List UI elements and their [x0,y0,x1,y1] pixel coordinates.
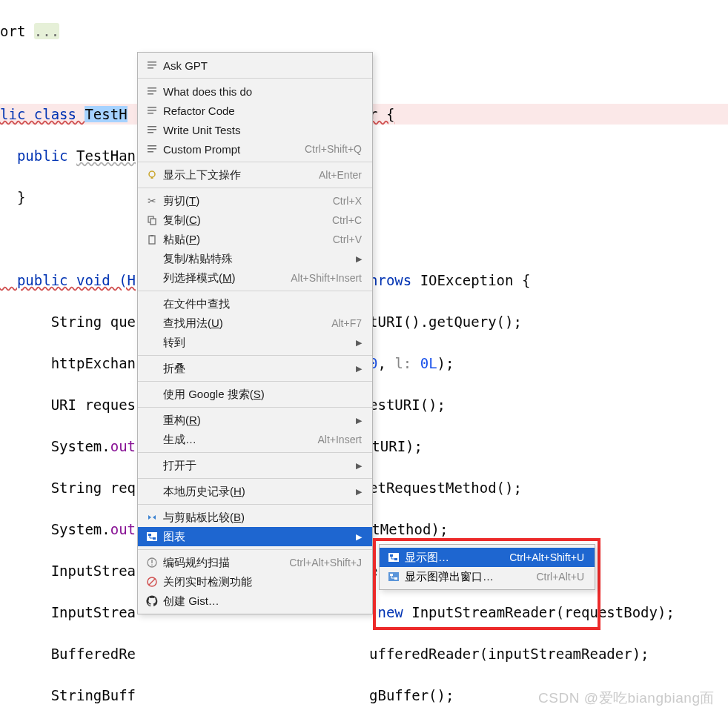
menu-label: What does this do [160,85,362,98]
svg-rect-14 [148,151,153,153]
ctx-item-34[interactable]: 关闭实时检测功能 [138,572,372,591]
ctx-item-3[interactable]: Refactor Code [138,101,372,120]
ctx-item-35[interactable]: 创建 Gist… [138,591,372,611]
menu-label: 转到 [160,336,350,350]
submenu-arrow-icon: ▶ [356,254,362,264]
svg-rect-22 [148,534,151,536]
svg-rect-25 [151,560,152,563]
shortcut: Ctrl+Alt+Shift+J [289,557,362,569]
ctx-item-31[interactable]: 图表▶ [138,527,372,546]
ctx-item-15[interactable]: 在文件中查找 [138,294,372,314]
svg-rect-21 [147,532,157,541]
scissors-icon: ✂ [144,195,160,207]
menu-label: 打开于 [160,459,350,473]
svg-rect-4 [148,90,156,92]
list-icon [144,124,160,136]
menu-label: 显示图… [402,551,509,565]
shortcut: Ctrl+C [332,214,362,226]
svg-rect-29 [388,553,399,562]
svg-rect-26 [151,565,152,566]
code-text: lic class [0,106,85,122]
ctx-item-23[interactable]: 重构(R)▶ [138,411,372,430]
svg-rect-34 [394,577,397,580]
context-menu[interactable]: Ask GPTWhat does this doRefactor CodeWri… [137,52,373,614]
sub-item-0[interactable]: 显示图…Ctrl+Alt+Shift+U [380,548,595,567]
svg-rect-10 [148,129,156,130]
stop-icon [144,576,160,588]
ctx-item-12[interactable]: 复制/粘贴特殊▶ [138,249,372,268]
ctx-item-21[interactable]: 使用 Google 搜索(S) [138,385,372,404]
menu-label: 显示图弹出窗口… [402,570,536,584]
separator [138,162,372,162]
svg-rect-32 [388,572,399,581]
menu-label: 重构(R) [160,414,350,428]
diagram-icon [385,551,402,563]
ctx-item-30[interactable]: 与剪贴板比较(B) [138,508,372,527]
svg-rect-23 [153,537,156,540]
svg-rect-0 [148,62,156,63]
ctx-item-2[interactable]: What does this do [138,82,372,101]
diagram-submenu[interactable]: 显示图…Ctrl+Alt+Shift+U显示图弹出窗口…Ctrl+Alt+U [379,544,595,590]
shortcut: Ctrl+Alt+U [536,571,584,583]
submenu-arrow-icon: ▶ [356,532,362,542]
ctx-item-11[interactable]: 粘贴(P)Ctrl+V [138,230,372,249]
ctx-item-5[interactable]: Custom PromptCtrl+Shift+Q [138,139,372,159]
ctx-item-17[interactable]: 转到▶ [138,333,372,352]
separator [138,549,372,550]
separator [138,452,372,453]
paste-icon [144,233,160,245]
list-icon [144,105,160,116]
svg-line-28 [149,579,155,585]
svg-rect-8 [148,113,153,114]
ctx-item-7[interactable]: 显示上下文操作Alt+Enter [138,165,372,185]
svg-rect-31 [394,558,397,560]
list-icon [144,59,160,71]
menu-label: 粘贴(P) [160,233,333,247]
ctx-item-26[interactable]: 打开于▶ [138,456,372,475]
menu-label: 使用 Google 搜索(S) [160,388,362,402]
ctx-item-33[interactable]: 编码规约扫描Ctrl+Alt+Shift+J [138,553,372,572]
warn-icon [144,557,160,569]
selection: TestH [85,106,127,122]
menu-label: 剪切(T) [160,194,333,208]
shortcut: Alt+F7 [331,317,362,329]
ctx-item-19[interactable]: 折叠▶ [138,359,372,378]
menu-label: 生成… [160,433,317,447]
separator [138,478,372,479]
ctx-item-10[interactable]: 复制(C)Ctrl+C [138,211,372,230]
menu-label: 图表 [160,530,350,544]
shortcut: Alt+Shift+Insert [291,272,362,284]
submenu-arrow-icon: ▶ [356,338,362,348]
svg-rect-20 [150,235,153,236]
ctx-item-24[interactable]: 生成…Alt+Insert [138,430,372,449]
sub-item-1[interactable]: 显示图弹出窗口…Ctrl+Alt+U [380,567,595,586]
ctx-item-4[interactable]: Write Unit Tests [138,120,372,139]
list-icon [144,85,160,97]
svg-rect-13 [148,148,156,150]
ctx-item-0[interactable]: Ask GPT [138,56,372,75]
fold-ellipsis[interactable]: ... [34,23,59,39]
separator [138,291,372,291]
svg-rect-30 [390,554,393,557]
shortcut: Ctrl+X [333,195,362,207]
ctx-item-9[interactable]: ✂剪切(T)Ctrl+X [138,191,372,211]
diagram-icon [144,531,160,543]
svg-rect-19 [149,236,155,244]
submenu-arrow-icon: ▶ [356,416,362,425]
separator [138,188,372,188]
svg-rect-5 [148,93,153,95]
ctx-item-28[interactable]: 本地历史记录(H)▶ [138,482,372,501]
separator [138,78,372,79]
submenu-arrow-icon: ▶ [356,461,362,471]
menu-label: 列选择模式(M) [160,271,291,285]
svg-rect-1 [148,64,156,66]
ctx-item-13[interactable]: 列选择模式(M)Alt+Shift+Insert [138,268,372,288]
menu-label: 复制/粘贴特殊 [160,252,350,266]
menu-label: 查找用法(U) [160,316,331,331]
ctx-item-16[interactable]: 查找用法(U)Alt+F7 [138,314,372,333]
svg-rect-9 [148,126,156,127]
separator [138,407,372,408]
submenu-arrow-icon: ▶ [356,364,362,374]
menu-label: 本地历史记录(H) [160,485,350,499]
separator [138,381,372,382]
